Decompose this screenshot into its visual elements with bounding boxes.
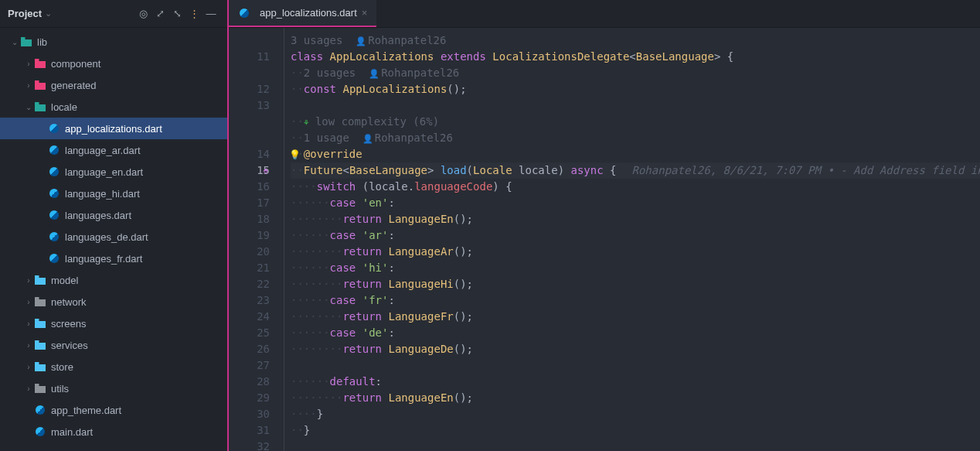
chevron-right-icon[interactable]: › (23, 81, 34, 90)
tree-item-label: language_hi.dart (65, 188, 140, 200)
line-number: 25 (229, 325, 270, 341)
folder-icon (34, 382, 46, 395)
minimize-icon[interactable]: — (202, 5, 219, 22)
dart-file-icon (34, 425, 46, 438)
code-line[interactable]: ··1 usage 👤Rohanpatel26 (291, 130, 980, 146)
chevron-down-icon[interactable]: ⌄ (9, 38, 20, 46)
tree-item-label: main.dart (51, 426, 93, 438)
line-number: 26 (229, 341, 270, 357)
tree-item[interactable]: app_localizations.dart (0, 118, 227, 139)
chevron-right-icon[interactable]: › (23, 276, 34, 285)
code-line[interactable]: ········return LanguageFr(); (291, 309, 980, 325)
project-sidebar: Project ⌄ ◎ ⤢ ⤡ ⋮ — ⌄lib›component›gener… (0, 0, 229, 451)
tree-item[interactable]: ⌄lib (0, 31, 227, 53)
tree-item[interactable]: languages_fr.dart (0, 248, 227, 269)
line-number: 23 (229, 292, 270, 309)
tree-item[interactable]: ⌄locale (0, 96, 227, 118)
tree-item[interactable]: ›network (0, 291, 227, 313)
code-line[interactable]: 3 usages 👤Rohanpatel26 (291, 32, 980, 49)
code-line[interactable]: 💡··@override (291, 146, 980, 162)
tree-item-label: component (51, 58, 100, 70)
chevron-right-icon[interactable]: › (23, 341, 34, 350)
target-icon[interactable]: ◎ (134, 5, 151, 22)
sidebar-title[interactable]: Project (8, 8, 42, 19)
expand-all-icon[interactable]: ⤢ (151, 5, 168, 22)
tree-item[interactable]: language_en.dart (0, 161, 227, 183)
tree-item-label: app_theme.dart (51, 405, 121, 416)
code-line[interactable]: ····switch (locale.languageCode) { (291, 179, 980, 195)
chevron-right-icon[interactable]: › (23, 384, 34, 393)
code-line[interactable]: ··} (291, 422, 980, 439)
code-line[interactable]: ········return LanguageEn(); (291, 390, 980, 406)
tree-item[interactable]: main.dart (0, 421, 227, 442)
code-line[interactable]: ······case 'de': (291, 325, 980, 341)
dart-file-icon (48, 209, 60, 221)
collapse-all-icon[interactable]: ⤡ (168, 5, 185, 22)
code-line[interactable]: ··const AppLocalizations(); (291, 81, 980, 97)
line-number: 29 (229, 390, 270, 406)
line-number (229, 65, 270, 81)
code-editor[interactable]: 1112131415⬘16171819202122232425262728293… (229, 28, 980, 451)
close-icon[interactable]: × (362, 7, 368, 19)
code-line[interactable]: ··⚘ low complexity (6%) (291, 114, 980, 130)
line-number: 30 (229, 406, 270, 422)
dart-file-icon (48, 144, 60, 156)
line-number: 15⬘ (229, 162, 270, 179)
line-number: 19 (229, 227, 270, 244)
code-line[interactable]: ······case 'fr': (291, 292, 980, 309)
tree-item-label: languages_de.dart (65, 231, 148, 243)
code-line[interactable]: ········return LanguageEn(); (291, 211, 980, 227)
tree-item-label: utils (51, 383, 69, 395)
line-number: 11 (229, 49, 270, 65)
tree-item[interactable]: languages.dart (0, 204, 227, 226)
code-line[interactable]: ········return LanguageAr(); (291, 244, 980, 260)
tree-item[interactable]: languages_de.dart (0, 226, 227, 248)
chevron-right-icon[interactable]: › (23, 363, 34, 371)
tree-item[interactable]: ›screens (0, 313, 227, 334)
code-line[interactable]: class AppLocalizations extends Localizat… (291, 49, 980, 65)
code-line[interactable]: ······case 'ar': (291, 227, 980, 244)
code-line[interactable]: ··2 usages 👤Rohanpatel26 (291, 65, 980, 81)
code-line[interactable]: ····} (291, 406, 980, 422)
tab-app-localizations[interactable]: app_localizations.dart × (229, 0, 376, 27)
line-number: 17 (229, 195, 270, 211)
code-line[interactable] (291, 97, 980, 114)
chevron-right-icon[interactable]: › (23, 319, 34, 328)
code-content[interactable]: 3 usages 👤Rohanpatel26class AppLocalizat… (284, 28, 980, 451)
code-line[interactable] (291, 439, 980, 451)
chevron-down-icon[interactable]: ⌄ (23, 103, 34, 111)
chevron-right-icon[interactable]: › (23, 298, 34, 306)
tree-item[interactable]: ›model (0, 269, 227, 291)
tree-item[interactable]: language_ar.dart (0, 139, 227, 161)
lightbulb-icon[interactable]: 💡 (289, 147, 301, 163)
tree-item-label: locale (51, 101, 77, 113)
folder-icon (34, 317, 46, 330)
tree-item-label: languages_fr.dart (65, 253, 142, 265)
tree-item[interactable]: ›utils (0, 378, 227, 399)
dart-file-icon (48, 187, 60, 200)
tree-item[interactable]: ›component (0, 53, 227, 74)
line-number: 27 (229, 357, 270, 374)
tree-item[interactable]: ›generated (0, 74, 227, 96)
tree-item-label: model (51, 275, 78, 286)
chevron-down-icon[interactable]: ⌄ (45, 9, 52, 19)
code-line[interactable]: ··Future<BaseLanguage> load(Locale local… (291, 162, 980, 179)
tree-item-label: services (51, 340, 88, 351)
code-line[interactable]: ········return LanguageDe(); (291, 341, 980, 357)
more-icon[interactable]: ⋮ (185, 5, 202, 22)
code-line[interactable] (291, 357, 980, 374)
line-number: 31 (229, 422, 270, 439)
dart-file-icon (238, 7, 250, 19)
tree-item[interactable]: language_hi.dart (0, 183, 227, 204)
override-gutter-icon[interactable]: ⬘ (263, 162, 268, 179)
code-line[interactable]: ······case 'en': (291, 195, 980, 211)
code-line[interactable]: ······case 'hi': (291, 260, 980, 276)
editor-area: app_localizations.dart × 1112131415⬘1617… (229, 0, 980, 451)
tree-item[interactable]: ›services (0, 334, 227, 356)
tree-item[interactable]: ›store (0, 356, 227, 378)
chevron-right-icon[interactable]: › (23, 60, 34, 68)
code-line[interactable]: ········return LanguageHi(); (291, 276, 980, 292)
code-line[interactable]: ······default: (291, 374, 980, 390)
folder-icon (20, 36, 32, 48)
tree-item[interactable]: app_theme.dart (0, 399, 227, 421)
